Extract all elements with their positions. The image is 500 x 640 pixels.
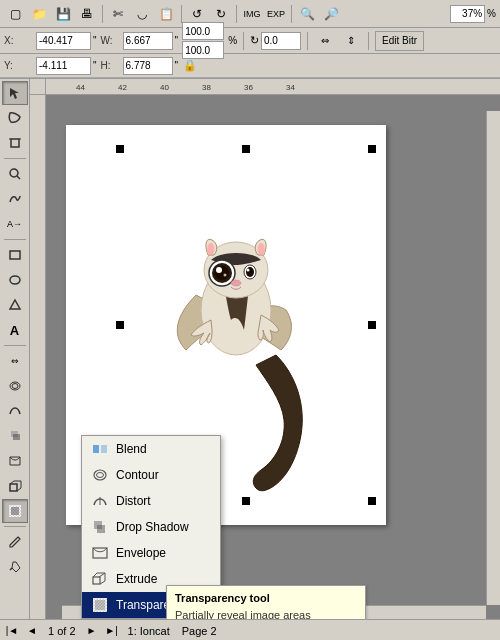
cut-button[interactable]: ✄ (107, 3, 129, 25)
w-size-field: W: " (101, 32, 179, 50)
handle-bottom-right[interactable] (368, 497, 376, 505)
menu-item-drop-shadow[interactable]: Drop Shadow (82, 514, 220, 540)
ellipse-tool-button[interactable] (2, 268, 28, 292)
export-button[interactable]: EXP (265, 3, 287, 25)
ruler-mark-42: 42 (118, 83, 127, 92)
canvas-area[interactable]: 44 42 40 38 36 34 (30, 79, 500, 619)
shadow-tool-button[interactable] (2, 424, 28, 448)
new-button[interactable]: ▢ (4, 3, 26, 25)
mirror-v-button[interactable]: ⇕ (340, 30, 362, 52)
handle-top-right[interactable] (368, 145, 376, 153)
svg-rect-36 (97, 525, 105, 533)
envelope-label: Envelope (116, 546, 166, 560)
svg-point-23 (216, 267, 222, 273)
print-button[interactable]: 🖶 (76, 3, 98, 25)
x-coord-field: X: " (4, 32, 97, 50)
open-button[interactable]: 📁 (28, 3, 50, 25)
rectangle-tool-button[interactable] (2, 243, 28, 267)
scale-w-input[interactable] (182, 22, 224, 40)
eyedropper-tool-button[interactable] (2, 530, 28, 554)
polygon-tool-button[interactable] (2, 293, 28, 317)
toolbar-row1: ▢ 📁 💾 🖶 ✄ ◡ 📋 ↺ ↻ IMG EXP 🔍 🔎 37% % (0, 0, 500, 28)
save-button[interactable]: 💾 (52, 3, 74, 25)
x-unit: " (93, 35, 97, 46)
blend-tool-button[interactable]: ⇔ (2, 349, 28, 373)
svg-point-26 (246, 267, 254, 277)
shadow-icon (90, 517, 110, 537)
y-input[interactable] (36, 57, 91, 75)
extrude-tool-button[interactable] (2, 474, 28, 498)
svg-rect-44 (95, 600, 105, 610)
contour-label: Contour (116, 468, 159, 482)
zoom-input[interactable]: 37% (450, 5, 485, 23)
x-label: X: (4, 35, 34, 46)
nav-prev-button[interactable]: ◄ (24, 623, 40, 639)
text-tool-button[interactable]: A (2, 318, 28, 342)
paste-button[interactable]: 📋 (155, 3, 177, 25)
ruler-mark-40: 40 (160, 83, 169, 92)
scale-h-input[interactable] (182, 41, 224, 59)
drop-shadow-label: Drop Shadow (116, 520, 189, 534)
tool-sep3 (4, 345, 26, 346)
tool-sep2 (4, 239, 26, 240)
y-label: Y: (4, 60, 34, 71)
handle-top-center[interactable] (242, 145, 250, 153)
zoom-out-button[interactable]: 🔍 (296, 3, 318, 25)
ruler-mark-44: 44 (76, 83, 85, 92)
menu-item-envelope[interactable]: Envelope (82, 540, 220, 566)
svg-rect-5 (10, 251, 20, 259)
rotation-icon: ↻ (250, 34, 259, 47)
handle-top-left[interactable] (116, 145, 124, 153)
mirror-h-button[interactable]: ⇔ (314, 30, 336, 52)
tool-sep4 (4, 526, 26, 527)
ruler-horizontal: 44 42 40 38 36 34 (46, 79, 500, 95)
edit-bitmap-button[interactable]: Edit Bitr (375, 31, 424, 51)
toolbar-row2: X: " W: " % ↻ ⇔ ⇕ Edit Bitr (0, 28, 500, 54)
smart-draw-button[interactable]: A→ (2, 212, 28, 236)
h-size-field: H: " (101, 57, 179, 75)
envelope-tool-button[interactable] (2, 449, 28, 473)
tooltip-title: Transparency tool (175, 592, 357, 604)
distort-tool-button[interactable] (2, 399, 28, 423)
separator1 (102, 5, 103, 23)
import-button[interactable]: IMG (241, 3, 263, 25)
nav-next-button[interactable]: ► (84, 623, 100, 639)
canvas-content[interactable]: Sugar glider to plate through the ai. Bl… (46, 95, 500, 619)
w-unit: " (175, 35, 179, 46)
contour-tool-button[interactable] (2, 374, 28, 398)
nav-first-button[interactable]: |◄ (4, 623, 20, 639)
transparency-tool-button[interactable] (2, 499, 28, 523)
crop-tool-button[interactable] (2, 131, 28, 155)
svg-point-33 (97, 473, 104, 478)
separator3 (236, 5, 237, 23)
copy-button[interactable]: ◡ (131, 3, 153, 25)
shape-tool-button[interactable] (2, 106, 28, 130)
menu-item-contour[interactable]: Contour (82, 462, 220, 488)
svg-rect-0 (11, 139, 19, 147)
rotation-input[interactable] (261, 32, 301, 50)
svg-rect-11 (13, 434, 20, 440)
freehand-tool-button[interactable] (2, 187, 28, 211)
menu-item-blend[interactable]: Blend (82, 436, 220, 462)
separator4 (291, 5, 292, 23)
handle-mid-left[interactable] (116, 321, 124, 329)
handle-bottom-center[interactable] (242, 497, 250, 505)
h-input[interactable] (123, 57, 173, 75)
scrollbar-vertical[interactable] (486, 111, 500, 605)
x-input[interactable] (36, 32, 91, 50)
lock-ratio-button[interactable]: 🔒 (182, 58, 198, 74)
menu-item-distort[interactable]: Distort (82, 488, 220, 514)
tooltip-text: Partially reveal image areas underneath … (175, 608, 357, 619)
fill-tool-button[interactable] (2, 555, 28, 579)
zoom-in-button[interactable]: 🔎 (320, 3, 342, 25)
ruler-mark-36: 36 (244, 83, 253, 92)
percent-label: % (228, 35, 237, 46)
select-tool-button[interactable] (2, 81, 28, 105)
nav-last-button[interactable]: ►| (104, 623, 120, 639)
zoom-tool-button[interactable] (2, 162, 28, 186)
svg-point-6 (10, 276, 20, 284)
toolbar-row3: Y: " H: " 🔒 (0, 54, 500, 78)
handle-mid-right[interactable] (368, 321, 376, 329)
blend-icon (90, 439, 110, 459)
w-input[interactable] (123, 32, 173, 50)
